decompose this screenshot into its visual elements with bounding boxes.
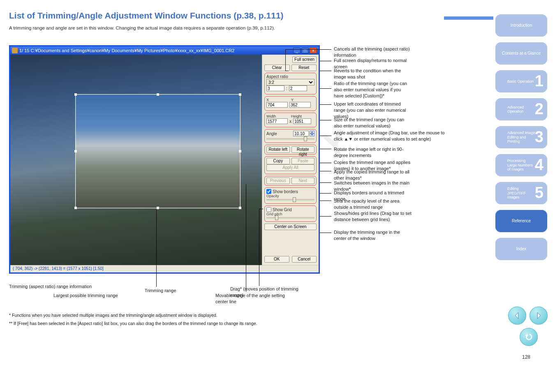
tab-1[interactable]: Basic Operation1 [495,70,548,93]
crop-handle[interactable] [239,207,241,209]
page-nav-arrows [508,307,548,325]
grid-pitch-label: Grid pitch [266,212,314,216]
trimming-range[interactable] [75,94,240,208]
copy-button[interactable]: Copy [266,158,290,164]
tab-introduction[interactable]: Introduction [495,14,548,37]
tab-number: 3 [535,128,543,146]
copy-group: Copy Paste Apply All [264,156,317,174]
ok-button[interactable]: OK [264,256,289,263]
callout: Shows/hides grid lines (Drag bar to set … [334,210,420,223]
crop-handle[interactable] [74,150,77,152]
crop-handle[interactable] [74,207,77,209]
maximize-button[interactable]: □ [301,48,309,53]
tab-label: Processing Large Numbers of Images [507,159,535,171]
tab-number: 1 [535,72,543,90]
titlebar: 1/ 15 C:¥Documents and Settings¥canon¥My… [10,46,319,55]
crop-handle[interactable] [74,93,77,96]
tab-label: Index [497,247,546,251]
y-label: Y [291,98,314,102]
fullscreen-button[interactable]: Full screen [292,56,317,63]
x-input[interactable] [266,102,288,108]
tab-reference[interactable]: Reference [495,210,548,233]
grid-group: Show Grid Grid pitch [264,205,317,222]
crop-handle[interactable] [157,207,159,209]
aspect-w-input[interactable] [266,85,284,91]
callout: Angle adjustment of image (Drag bar, use… [334,130,453,142]
y-input[interactable] [289,102,311,108]
tab-4[interactable]: Processing Large Numbers of Images4 [495,154,548,177]
callout: Trimming (aspect ratio) range informatio… [9,284,116,290]
clear-button[interactable]: Clear [264,65,290,71]
rotate-right-button[interactable]: Rotate right [291,146,315,153]
tab-number: 5 [535,184,543,202]
callout: Sets the opacity level of the area outsi… [334,198,412,210]
aspect-select[interactable]: 3:2 [266,79,314,85]
callout: Rotate the image left or right in 90-deg… [334,146,412,159]
crop-handle[interactable] [239,150,241,152]
tab-label: Basic Operation [507,79,535,83]
tab-number: 4 [535,156,543,174]
paste-button[interactable]: Paste [291,158,315,164]
opacity-slider[interactable] [266,199,314,201]
minimize-button[interactable]: _ [293,48,301,53]
tab-label: Advanced Image Editing and Printing [507,131,535,143]
angle-slider[interactable] [266,138,314,140]
times: x [289,119,291,124]
rotate-group: Rotate left Rotate right [264,145,317,154]
callout: Display the trimming range in the center… [334,229,412,242]
tab-label: Contents at a Glance [497,51,546,56]
page-number: 128 [522,354,530,360]
crop-handle[interactable] [157,93,159,96]
header-accent [444,16,493,20]
reset-button[interactable]: Reset [291,65,317,71]
camera-icon [12,48,18,53]
crop-handle[interactable] [239,93,241,96]
tab-index[interactable]: Index [495,238,548,261]
tab-label: Editing JPEG/TIFF Images [507,187,535,199]
callout: Drag* (moves position of trimming range) [230,286,312,298]
width-input[interactable] [266,118,288,124]
colon: : [286,86,287,91]
grid-pitch-slider[interactable] [266,217,314,219]
height-label: Height [291,114,314,118]
angle-group: Angle ▲▼ [264,129,317,143]
footnote-star: * Functions when you have selected multi… [9,312,313,318]
cancel-button[interactable]: Cancel [292,256,317,263]
next-button[interactable]: Next [291,178,315,184]
previous-button[interactable]: Previous [266,178,290,184]
callout: Cancels all the trimming (aspect ratio) … [334,46,412,58]
callout: Size of the trimmed range (you can also … [334,117,412,129]
center-on-screen-button[interactable]: Center on Screen [264,224,317,230]
aspect-h-input[interactable] [289,85,307,91]
height-input[interactable] [293,118,311,124]
angle-down[interactable]: ▼ [310,134,314,136]
apply-all-button[interactable]: Apply All [266,164,314,171]
tab-number: 2 [535,100,543,118]
angle-up[interactable]: ▲ [310,131,314,134]
page-intro: A trimming range and angle are set in th… [9,25,275,32]
tab-3[interactable]: Advanced Image Editing and Printing3 [495,126,548,149]
back-button[interactable] [520,328,538,346]
tab-contents[interactable]: Contents at a Glance [495,42,548,65]
show-borders-checkbox[interactable] [266,189,271,194]
prev-page-button[interactable] [508,307,526,325]
tab-label: Advanced Operation [507,105,535,114]
aspect-ratio-group: Aspect ratio 3:2 : [264,73,317,95]
xy-group: XY [264,96,317,111]
tab-label: Reference [497,219,546,224]
opacity-label: Opacity [266,194,314,198]
image-canvas[interactable] [10,55,263,266]
trimming-window: 1/ 15 C:¥Documents and Settings¥canon¥My… [9,45,320,274]
show-borders-label: Show borders [273,189,298,194]
show-grid-label: Show Grid [273,208,292,212]
controls-panel: Full screen Clear Reset Aspect ratio 3:2… [262,55,319,265]
angle-input[interactable] [293,131,309,136]
rotate-left-button[interactable]: Rotate left [266,146,290,153]
tab-2[interactable]: Advanced Operation2 [495,98,548,121]
next-page-button[interactable] [530,307,548,325]
show-grid-checkbox[interactable] [266,207,271,212]
aspect-label: Aspect ratio [266,74,288,79]
width-label: Width [266,114,289,118]
close-button[interactable]: × [310,48,317,53]
tab-5[interactable]: Editing JPEG/TIFF Images5 [495,182,548,205]
